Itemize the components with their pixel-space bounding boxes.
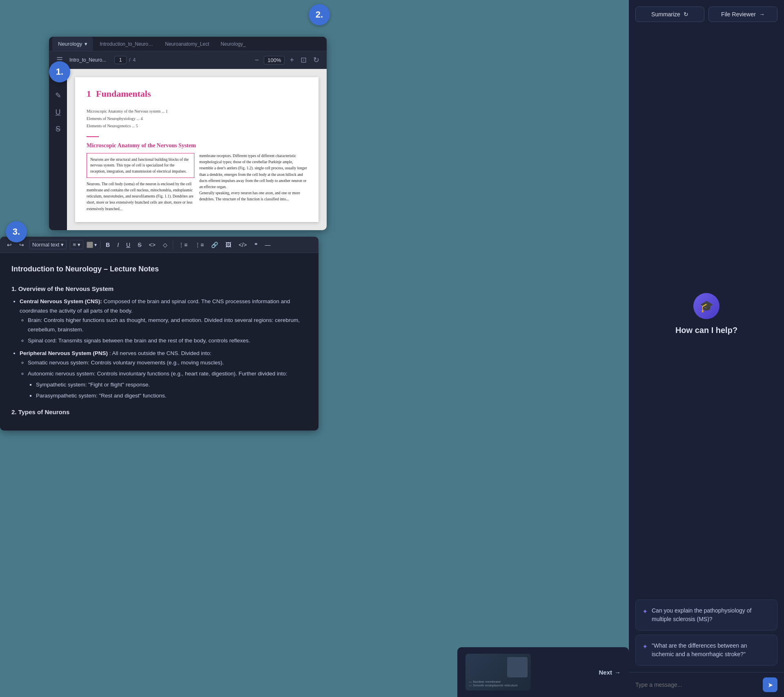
- rule-button[interactable]: —: [263, 240, 273, 249]
- preview-labels: — Nuclear membrane — Smooth endoplasmic …: [469, 680, 528, 687]
- next-arrow-icon: →: [615, 669, 621, 676]
- preview-img-box: [507, 657, 528, 677]
- pdf-page-input[interactable]: [114, 56, 127, 64]
- pdf-toolbar: ☰ Intro_to_Neuro... / 4 − 100% + ⊡ ↻: [49, 51, 327, 69]
- pdf-folder-dropdown[interactable]: Neurology ▾: [52, 37, 93, 51]
- cns-label: Central Nervous System (CNS):: [20, 298, 102, 304]
- file-reviewer-button[interactable]: File Reviewer →: [708, 7, 777, 22]
- ai-hero: 🎓 How can I help?: [629, 29, 784, 599]
- toolbar-divider-1: [100, 241, 100, 249]
- format-button[interactable]: ◇: [161, 240, 169, 249]
- step-badge-3: 3.: [6, 221, 27, 242]
- pdf-tab-1[interactable]: Neuroanatomy_Lect: [159, 37, 215, 51]
- pdf-tab-0[interactable]: Introduction_to_Neurology.pdf: [94, 37, 159, 51]
- suggestion-2-text: "What are the differences between an isc…: [652, 642, 771, 659]
- chevron-down-line: ▾: [78, 242, 80, 248]
- bullet-list-button[interactable]: ⋮≡: [176, 240, 189, 249]
- chevron-down-icon: ▾: [85, 41, 87, 47]
- next-card-preview: — Nuclear membrane — Smooth endoplasmic …: [466, 654, 531, 690]
- next-card: — Nuclear membrane — Smooth endoplasmic …: [457, 647, 629, 697]
- pdf-highlight-box: Neurons are the structural and functiona…: [87, 153, 194, 178]
- pns-label: Peripheral Nervous System (PNS): [20, 350, 108, 356]
- pdf-viewer-panel: Neurology ▾ Introduction_to_Neurology.pd…: [49, 37, 327, 230]
- code-block-button[interactable]: </>: [236, 240, 249, 249]
- line-spacing-select[interactable]: ≡ ▾: [70, 240, 83, 249]
- toolbar-divider-2: [173, 241, 173, 249]
- pen-icon[interactable]: ✎: [55, 91, 61, 100]
- fit-page-button[interactable]: ⊡: [299, 55, 308, 65]
- color-picker-group[interactable]: ▾: [87, 242, 97, 248]
- editor-content[interactable]: Introduction to Neurology – Lecture Note…: [0, 253, 318, 431]
- pdf-tab-2[interactable]: Neurology_: [215, 37, 251, 51]
- parasympathetic-item: Parasympathetic system: "Rest and digest…: [36, 391, 307, 401]
- pns-sub-list: Somatic nervous system: Controls volunta…: [28, 358, 307, 401]
- ai-suggestions: ✦ Can you explain the pathophysiology of…: [629, 599, 784, 672]
- ordered-list-button[interactable]: ⋮≡: [193, 240, 206, 249]
- italic-button[interactable]: I: [115, 240, 121, 249]
- pdf-zoom-controls: − 100% + ⊡ ↻: [253, 55, 321, 65]
- zoom-in-button[interactable]: +: [288, 55, 296, 65]
- step-badge-1: 1.: [49, 61, 70, 82]
- pdf-right-col: membrane receptors. Different types of d…: [199, 153, 307, 212]
- quote-button[interactable]: ❝: [252, 240, 260, 249]
- next-label: Next: [599, 669, 612, 676]
- suggestion-1-text: Can you explain the pathophysiology of m…: [652, 606, 771, 624]
- pdf-toc: Microscopic Anatomy of the Nervous syste…: [87, 108, 307, 130]
- page-separator: /: [129, 57, 130, 63]
- editor-panel: ↩ ↪ Normal text ▾ ≡ ▾ ▾ B I U S <> ◇ ⋮≡ …: [0, 237, 318, 431]
- chevron-down-color: ▾: [94, 242, 97, 248]
- highlight-text: Neurons are the structural and functiona…: [90, 158, 189, 173]
- pdf-body: ⊕ ✎ U S 1 Fundamentals Microscopic Anato…: [49, 69, 327, 230]
- pdf-content-area: 1 Fundamentals Microscopic Anatomy of th…: [67, 69, 327, 230]
- ai-send-button[interactable]: ➤: [763, 677, 777, 692]
- arrow-right-icon: →: [759, 11, 765, 18]
- link-button[interactable]: 🔗: [209, 240, 220, 249]
- pdf-page-nav: / 4: [114, 56, 136, 64]
- strikethrough-button[interactable]: S: [136, 240, 143, 249]
- pdf-filename: Intro_to_Neuro...: [69, 57, 106, 63]
- folder-label: Neurology: [58, 41, 82, 47]
- suggestion-1[interactable]: ✦ Can you explain the pathophysiology of…: [635, 599, 777, 630]
- step-badge-2: 2.: [309, 4, 330, 25]
- pdf-left-body: Neurons. The cell body (soma) of the neu…: [87, 181, 194, 212]
- next-button[interactable]: Next →: [599, 669, 621, 676]
- suggestion-2[interactable]: ✦ "What are the differences between an i…: [635, 635, 777, 666]
- section-heading-2: 2. Types of Neurons: [11, 407, 307, 417]
- color-swatch: [87, 242, 93, 248]
- summarize-button[interactable]: Summarize ↻: [635, 7, 704, 22]
- strikethrough-icon[interactable]: S: [56, 125, 60, 133]
- somatic-item: Somatic nervous system: Controls volunta…: [28, 358, 307, 368]
- brain-item: Brain: Controls higher functions such as…: [28, 316, 307, 335]
- chapter-title: Fundamentals: [96, 87, 151, 100]
- image-button[interactable]: 🖼: [223, 240, 233, 249]
- text-style-select[interactable]: Normal text ▾: [29, 240, 67, 249]
- ai-message-input[interactable]: [635, 681, 760, 688]
- pns-text: : All nerves outside the CNS. Divided in…: [109, 350, 212, 356]
- spinal-item: Spinal cord: Transmits signals between t…: [28, 336, 307, 346]
- sparkle-icon-1: ✦: [642, 607, 648, 617]
- autonomic-sub-list: Sympathetic system: "Fight or flight" re…: [36, 380, 307, 401]
- toc-item-0: Microscopic Anatomy of the Nervous syste…: [87, 108, 307, 115]
- summarize-label: Summarize: [651, 11, 680, 18]
- text-style-label: Normal text: [32, 242, 59, 248]
- editor-toolbar: ↩ ↪ Normal text ▾ ≡ ▾ ▾ B I U S <> ◇ ⋮≡ …: [0, 237, 318, 253]
- pdf-total-pages: 4: [133, 57, 136, 63]
- zoom-out-button[interactable]: −: [253, 55, 261, 65]
- pdf-two-col: Neurons are the structural and functiona…: [87, 153, 307, 212]
- editor-title: Introduction to Neurology – Lecture Note…: [11, 263, 307, 275]
- sparkle-icon-2: ✦: [642, 642, 648, 652]
- ai-panel: Summarize ↻ File Reviewer → 🎓 How can I …: [629, 0, 784, 697]
- avatar: 🎓: [693, 293, 719, 319]
- file-reviewer-label: File Reviewer: [721, 11, 756, 18]
- underline-button[interactable]: U: [124, 240, 132, 249]
- pdf-right-body: membrane receptors. Different types of d…: [199, 153, 307, 203]
- code-inline-button[interactable]: <>: [147, 240, 158, 249]
- bold-button[interactable]: B: [104, 240, 112, 249]
- section-heading-1: 1. Overview of the Nervous System: [11, 284, 307, 294]
- ai-input-area: ➤: [629, 672, 784, 697]
- chapter-number: 1: [87, 87, 91, 100]
- autonomic-item: Autonomic nervous system: Controls invol…: [28, 369, 307, 379]
- ai-greeting: How can I help?: [675, 326, 737, 335]
- underline-icon[interactable]: U: [56, 108, 61, 117]
- rotate-button[interactable]: ↻: [312, 55, 321, 65]
